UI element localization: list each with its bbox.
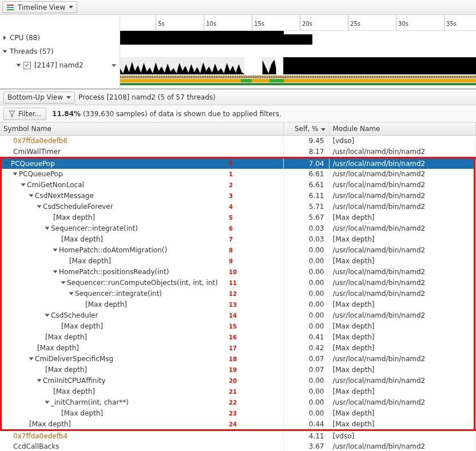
filter-percent: 11.84% (52, 110, 81, 118)
thread-track (120, 57, 476, 88)
table-row[interactable]: CmiInitCPUAffinity0.00/usr/local/namd/bi… (0, 375, 476, 386)
svg-rect-5 (276, 57, 283, 74)
symbol-name: CsdScheduleForever (43, 203, 113, 211)
table-row[interactable]: [Max depth]5.67[Max depth] (0, 212, 476, 223)
chevron-down-icon (69, 6, 73, 9)
symbol-name: HomePatch::positionsReady(int) (59, 268, 169, 276)
module-name: /usr/local/namd/bin/namd2 (329, 441, 476, 452)
threads-label: Threads (57) (10, 48, 116, 56)
expand-toggle-icon[interactable] (5, 162, 10, 165)
timeline-canvas[interactable]: 5s10s15s20s25s30s35s (120, 15, 476, 88)
module-name: [Max depth] (329, 343, 476, 354)
table-row[interactable]: CsdNextMessage6.11/usr/local/namd/bin/na… (0, 191, 476, 201)
symbol-name: 0x7ffda0edefb6 (13, 137, 68, 145)
table-row[interactable]: HomePatch::doAtomMigration()0.00/usr/loc… (0, 245, 476, 256)
table-row[interactable]: [Max depth]0.00[Max depth] (0, 321, 476, 332)
expand-toggle-icon[interactable] (13, 173, 18, 176)
module-name: /usr/local/namd/bin/namd2 (329, 288, 476, 299)
col-self[interactable]: Self, % (283, 122, 329, 136)
results-table-wrap[interactable]: Symbol Name Self, % Module Name 0x7ffda0… (0, 122, 476, 451)
expand-toggle-icon[interactable] (45, 401, 50, 404)
table-row[interactable]: CsdScheduleForever5.71/usr/local/namd/bi… (0, 201, 476, 212)
cpu-row[interactable]: CPU (88) (0, 31, 120, 45)
col-module[interactable]: Module Name (329, 122, 476, 136)
table-row[interactable]: Sequencer::integrate(int)0.03/usr/local/… (0, 223, 476, 234)
self-percent: 0.00 (283, 386, 329, 397)
self-percent: 0.00 (283, 245, 329, 256)
filter-button-label: Filter... (18, 110, 41, 118)
expand-toggle-icon[interactable] (29, 358, 34, 361)
table-row[interactable]: [Max depth]0.00[Max depth] (0, 408, 476, 419)
table-row[interactable]: PCQueuePop7.04/usr/local/namd/bin/namd2 (0, 157, 476, 169)
expand-toggle-icon[interactable] (29, 195, 34, 197)
expand-toggle-icon[interactable] (69, 292, 74, 295)
expand-toggle-icon[interactable] (61, 282, 66, 284)
symbol-name: [Max depth] (45, 366, 87, 374)
threads-row[interactable]: Threads (57) (0, 45, 120, 58)
module-name: [Max depth] (329, 299, 476, 310)
expand-toggle-icon[interactable] (37, 379, 42, 382)
table-row[interactable]: [Max depth]0.41[Max depth] (0, 332, 476, 343)
check-icon: ✓ (25, 62, 29, 68)
table-row[interactable]: [Max depth]0.07[Max depth] (0, 365, 476, 375)
table-row[interactable]: CmiWallTimer8.17/usr/local/namd/bin/namd… (0, 147, 476, 158)
timeline-icon (6, 3, 14, 11)
symbol-name: Sequencer::integrate(int) (51, 224, 138, 232)
table-row[interactable]: Sequencer::integrate(int)0.00/usr/local/… (0, 288, 476, 299)
table-row[interactable]: [Max depth]0.44[Max depth] (0, 419, 476, 430)
expand-toggle-icon[interactable] (45, 314, 50, 317)
module-name: [vdso] (329, 430, 476, 441)
svg-rect-1 (7, 7, 14, 8)
symbol-name: [Max depth] (85, 300, 127, 308)
table-row[interactable]: HomePatch::positionsReady(int)0.00/usr/l… (0, 267, 476, 278)
table-row[interactable]: _initCharm(int, char**)0.00/usr/local/na… (0, 397, 476, 408)
symbol-name: HomePatch::doAtomMigration() (59, 246, 167, 254)
process-checkbox[interactable]: ✓ (23, 62, 31, 69)
results-table: Symbol Name Self, % Module Name 0x7ffda0… (0, 122, 476, 451)
table-row[interactable]: [Max depth]0.42[Max depth] (0, 343, 476, 354)
module-name: /usr/local/namd/bin/namd2 (329, 169, 476, 180)
view-selector[interactable]: Timeline View (2, 1, 77, 13)
filter-button[interactable]: Filter... (3, 108, 46, 120)
self-percent: 0.00 (283, 278, 329, 288)
table-row[interactable]: Sequencer::runComputeObjects(int, int, i… (0, 278, 476, 288)
table-row[interactable]: CsdScheduler0.00/usr/local/namd/bin/namd… (0, 310, 476, 321)
timeline-tree: CPU (88) Threads (57) ✓ [2147] namd2 (0, 15, 120, 88)
expand-toggle-icon[interactable] (45, 227, 50, 230)
table-row[interactable]: 0x7ffda0edefb44.11[vdso] (0, 430, 476, 441)
filter-summary: 11.84% (339,630 samples) of data is show… (52, 110, 281, 118)
table-row[interactable]: [Max depth]0.00[Max depth] (0, 299, 476, 310)
self-percent: 9.45 (283, 136, 329, 147)
expand-toggle-icon[interactable] (21, 184, 26, 187)
table-row[interactable]: [Max depth]0.00[Max depth] (0, 386, 476, 397)
time-tick: 15s (252, 15, 264, 30)
table-row[interactable]: CcdCallBacks3.67/usr/local/namd/bin/namd… (0, 441, 476, 452)
table-row[interactable]: 0x7ffda0edefb69.45[vdso] (0, 136, 476, 147)
expand-toggle-icon[interactable] (53, 249, 58, 252)
module-name: /usr/local/namd/bin/namd2 (329, 180, 476, 191)
process-row[interactable]: ✓ [2147] namd2 (0, 58, 120, 72)
expand-toggle-icon[interactable] (37, 205, 42, 208)
table-row[interactable]: CmiDeliverSpecificMsg0.07/usr/local/namd… (0, 354, 476, 365)
sort-desc-icon (321, 128, 326, 131)
symbol-name: [Max depth] (69, 257, 111, 265)
table-row[interactable]: [Max depth]0.00[Max depth] (0, 256, 476, 267)
symbol-name: _initCharm(int, char**) (51, 398, 129, 406)
symbol-name: CmiDeliverSpecificMsg (35, 355, 113, 363)
col-self-label: Self, % (295, 125, 319, 133)
cpu-track (120, 31, 476, 43)
expand-toggle-icon[interactable] (53, 271, 58, 274)
table-row[interactable]: CmiGetNonLocal6.61/usr/local/namd/bin/na… (0, 180, 476, 191)
self-percent: 0.00 (283, 375, 329, 386)
self-percent: 0.03 (283, 223, 329, 234)
table-row[interactable]: [Max depth]0.03[Max depth] (0, 234, 476, 245)
analysis-view-selector[interactable]: Bottom-Up View (3, 92, 75, 104)
col-symbol[interactable]: Symbol Name (0, 122, 283, 136)
module-name: /usr/local/namd/bin/namd2 (329, 147, 476, 158)
table-row[interactable]: PCQueuePop6.61/usr/local/namd/bin/namd2 (0, 169, 476, 180)
time-tick: 25s (348, 15, 360, 30)
process-label: [2147] namd2 (34, 61, 108, 69)
self-percent: 5.67 (283, 212, 329, 223)
self-percent: 0.00 (283, 397, 329, 408)
symbol-name: [Max depth] (53, 213, 95, 221)
